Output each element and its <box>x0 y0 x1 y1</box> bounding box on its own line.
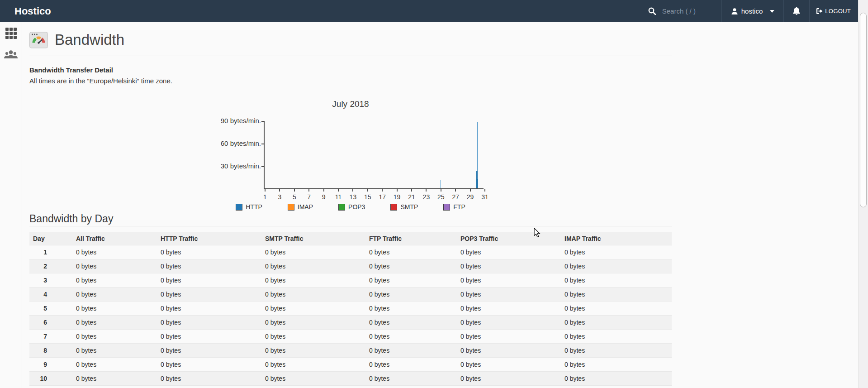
x-axis-label: 5 <box>293 193 296 201</box>
pop3-swatch-icon <box>338 204 345 211</box>
x-axis-label: 9 <box>322 193 326 201</box>
x-axis-label: 13 <box>350 193 357 201</box>
x-axis-tick <box>411 189 412 192</box>
x-axis-tick <box>455 189 456 192</box>
caret-down-icon <box>770 10 774 13</box>
traffic-cell: 0 bytes <box>365 329 457 343</box>
traffic-cell: 0 bytes <box>457 273 561 287</box>
traffic-cell: 0 bytes <box>365 343 457 357</box>
chart-plot-area: 90 bytes/min. 60 bytes/min. 30 bytes/min… <box>264 121 484 189</box>
chart-bar-http <box>440 180 441 188</box>
x-axis-label: 15 <box>364 193 371 201</box>
legend-label: FTP <box>453 203 465 211</box>
brand-logo[interactable]: Hostico <box>0 5 51 17</box>
legend-entry-pop3: POP3 <box>338 203 365 211</box>
navbar-right: Search ( / ) hostico LOGOUT <box>645 0 858 22</box>
y-axis-tick <box>261 121 265 122</box>
user-menu[interactable]: hostico <box>722 0 784 22</box>
x-axis-tick <box>382 189 383 192</box>
x-axis-tick <box>441 189 441 192</box>
x-axis-tick <box>308 189 309 192</box>
y-axis-label: 90 bytes/min. <box>207 117 261 125</box>
y-axis-tick <box>261 166 265 167</box>
traffic-cell: 0 bytes <box>457 287 561 301</box>
day-cell: 6 <box>29 315 72 329</box>
traffic-cell: 0 bytes <box>561 343 672 357</box>
x-axis-label: 7 <box>307 193 311 201</box>
traffic-cell: 0 bytes <box>261 245 365 259</box>
traffic-cell: 0 bytes <box>365 287 457 301</box>
logout-icon <box>816 8 823 14</box>
table-row: 80 bytes0 bytes0 bytes0 bytes0 bytes0 by… <box>29 343 672 357</box>
col-http: HTTP Traffic <box>157 232 261 245</box>
vertical-scrollbar[interactable] <box>858 0 868 388</box>
day-cell: 10 <box>29 371 72 385</box>
traffic-cell: 0 bytes <box>561 371 672 385</box>
x-axis-tick <box>367 189 368 192</box>
main-content: Bandwidth Bandwidth Transfer Detail All … <box>29 22 672 386</box>
bandwidth-table: Day All Traffic HTTP Traffic SMTP Traffi… <box>29 232 672 386</box>
search-box[interactable]: Search ( / ) <box>645 0 721 22</box>
day-cell: 4 <box>29 287 72 301</box>
traffic-cell: 0 bytes <box>561 245 672 259</box>
legend-entry-imap: IMAP <box>288 203 313 211</box>
day-cell: 8 <box>29 343 72 357</box>
page-header: Bandwidth <box>29 30 672 50</box>
traffic-cell: 0 bytes <box>157 259 261 273</box>
traffic-cell: 0 bytes <box>72 259 157 273</box>
traffic-cell: 0 bytes <box>561 259 672 273</box>
table-row: 30 bytes0 bytes0 bytes0 bytes0 bytes0 by… <box>29 273 672 287</box>
traffic-cell: 0 bytes <box>157 343 261 357</box>
table-row: 50 bytes0 bytes0 bytes0 bytes0 bytes0 by… <box>29 301 672 315</box>
traffic-cell: 0 bytes <box>157 315 261 329</box>
traffic-cell: 0 bytes <box>365 371 457 385</box>
traffic-cell: 0 bytes <box>261 343 365 357</box>
traffic-cell: 0 bytes <box>261 357 365 371</box>
traffic-cell: 0 bytes <box>365 301 457 315</box>
smtp-swatch-icon <box>390 204 397 211</box>
x-axis-tick <box>279 189 280 192</box>
traffic-cell: 0 bytes <box>561 329 672 343</box>
scrollbar-thumb[interactable] <box>860 13 867 207</box>
traffic-cell: 0 bytes <box>157 371 261 385</box>
traffic-cell: 0 bytes <box>457 329 561 343</box>
traffic-cell: 0 bytes <box>365 357 457 371</box>
traffic-cell: 0 bytes <box>157 273 261 287</box>
x-axis-label: 11 <box>335 193 342 201</box>
traffic-cell: 0 bytes <box>457 301 561 315</box>
traffic-cell: 0 bytes <box>157 301 261 315</box>
y-axis-tick <box>261 144 265 144</box>
traffic-cell: 0 bytes <box>72 343 157 357</box>
traffic-cell: 0 bytes <box>457 371 561 385</box>
user-manager-icon[interactable] <box>4 49 18 59</box>
x-axis-tick <box>294 189 295 192</box>
traffic-cell: 0 bytes <box>561 287 672 301</box>
col-all: All Traffic <box>72 232 157 245</box>
table-heading: Bandwidth by Day <box>29 213 672 226</box>
x-axis-label: 31 <box>481 193 489 201</box>
notifications-button[interactable] <box>784 0 809 22</box>
legend-entry-ftp: FTP <box>443 203 465 211</box>
bell-icon <box>792 6 801 16</box>
x-axis-tick <box>470 189 471 192</box>
logout-button[interactable]: LOGOUT <box>810 0 858 22</box>
traffic-cell: 0 bytes <box>261 329 365 343</box>
traffic-cell: 0 bytes <box>72 329 157 343</box>
x-axis-tick <box>323 189 324 192</box>
traffic-cell: 0 bytes <box>72 315 157 329</box>
legend-label: POP3 <box>348 203 365 211</box>
legend-label: IMAP <box>298 203 313 211</box>
x-axis-tick <box>265 189 266 192</box>
x-axis-label: 1 <box>263 193 267 201</box>
apps-grid-icon[interactable] <box>5 28 16 38</box>
traffic-cell: 0 bytes <box>457 315 561 329</box>
table-row: 40 bytes0 bytes0 bytes0 bytes0 bytes0 by… <box>29 287 672 301</box>
traffic-cell: 0 bytes <box>261 273 365 287</box>
traffic-cell: 0 bytes <box>365 245 457 259</box>
x-axis-tick <box>426 189 427 192</box>
imap-swatch-icon <box>288 204 294 211</box>
traffic-cell: 0 bytes <box>561 273 672 287</box>
col-smtp: SMTP Traffic <box>261 232 365 245</box>
traffic-cell: 0 bytes <box>561 357 672 371</box>
x-axis-label: 19 <box>394 193 401 201</box>
